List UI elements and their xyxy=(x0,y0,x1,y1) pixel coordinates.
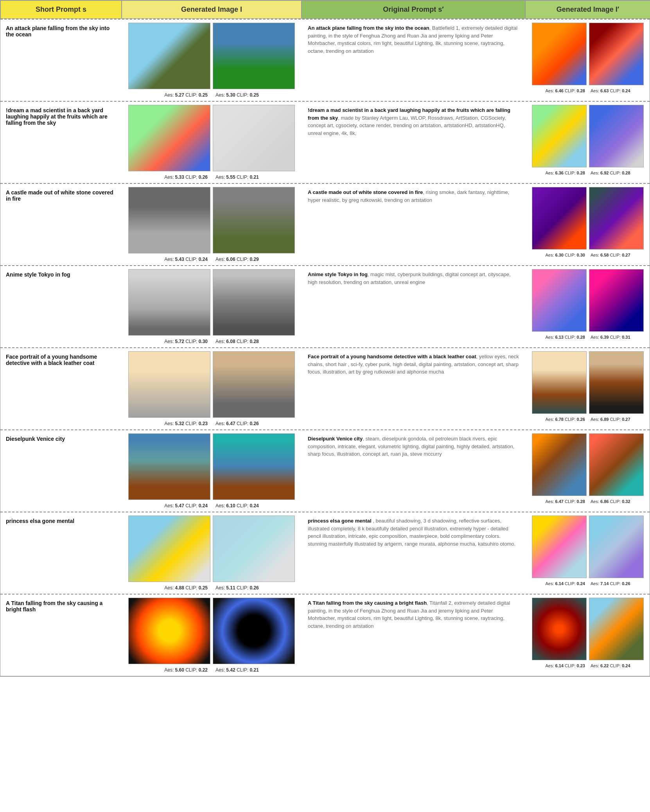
generated-images-cell: Aes: 5.60 CLIP: 0.22Aes: 5.42 CLIP: 0.21 xyxy=(122,595,302,676)
image-pair xyxy=(128,516,295,582)
generated-image-1 xyxy=(128,433,210,500)
table-row: An attack plane falling from the sky int… xyxy=(0,19,650,101)
table-row: A castle made out of white stone covered… xyxy=(0,183,650,265)
generated-image-prime-2 xyxy=(589,187,644,250)
scores-row: Aes: 5.27 CLIP: 0.25Aes: 5.30 CLIP: 0.25 xyxy=(164,92,259,98)
original-prompt-cell: A Titan falling from the sky causing a b… xyxy=(302,595,525,676)
generated-images-prime-cell: Aes: 6.14 CLIP: 0.23Aes: 6.22 CLIP: 0.24 xyxy=(525,595,650,676)
original-prompt-cell: A castle made out of white stone covered… xyxy=(302,184,525,265)
generated-images-cell: Aes: 5.47 CLIP: 0.24Aes: 6.10 CLIP: 0.24 xyxy=(122,430,302,512)
generated-images-cell: Aes: 5.43 CLIP: 0.24Aes: 6.06 CLIP: 0.29 xyxy=(122,184,302,265)
image-pair xyxy=(128,598,295,664)
generated-image-prime-2 xyxy=(589,351,644,414)
table-row: Face portrait of a young handsome detect… xyxy=(0,347,650,429)
score-label-prime-1: Aes: 6.14 CLIP: 0.23 xyxy=(545,663,585,668)
scores-row-prime: Aes: 6.47 CLIP: 0.28Aes: 6.86 CLIP: 0.32 xyxy=(545,499,630,504)
short-prompt-cell: Anime style Tokyo in fog xyxy=(0,266,122,347)
generated-image-2 xyxy=(213,598,295,664)
generated-image-1 xyxy=(128,516,210,582)
score-label-prime-1: Aes: 6.30 CLIP: 0.30 xyxy=(545,253,585,257)
image-pair xyxy=(128,105,295,171)
image-pair xyxy=(128,187,295,253)
generated-image-prime-1 xyxy=(532,187,587,250)
score-label-gen-1: Aes: 5.33 CLIP: 0.26 xyxy=(164,174,208,180)
generated-image-2 xyxy=(213,187,295,253)
score-label-gen-2: Aes: 5.30 CLIP: 0.25 xyxy=(215,92,259,98)
generated-image-1 xyxy=(128,187,210,253)
generated-image-prime-1 xyxy=(532,433,587,496)
score-label-gen-1: Aes: 5.32 CLIP: 0.23 xyxy=(164,421,208,426)
score-label-prime-1: Aes: 6.46 CLIP: 0.28 xyxy=(545,88,585,93)
image-pair xyxy=(128,433,295,500)
score-label-prime-2: Aes: 7.14 CLIP: 0.26 xyxy=(591,581,630,586)
image-pair xyxy=(128,351,295,418)
scores-row-prime: Aes: 6.30 CLIP: 0.30Aes: 6.58 CLIP: 0.27 xyxy=(545,253,630,257)
image-pair-prime xyxy=(532,516,644,578)
score-label-gen-2: Aes: 6.47 CLIP: 0.26 xyxy=(215,421,259,426)
image-pair-prime xyxy=(532,187,644,250)
score-label-prime-2: Aes: 6.22 CLIP: 0.24 xyxy=(591,663,630,668)
generated-images-cell: Aes: 4.88 CLIP: 0.25Aes: 5.11 CLIP: 0.26 xyxy=(122,512,302,594)
scores-row-prime: Aes: 6.46 CLIP: 0.28Aes: 6.63 CLIP: 0.24 xyxy=(545,88,630,93)
generated-image-prime-1 xyxy=(532,23,587,85)
generated-images-prime-cell: Aes: 6.36 CLIP: 0.28Aes: 6.92 CLIP: 0.28 xyxy=(525,102,650,183)
score-label-prime-2: Aes: 6.39 CLIP: 0.31 xyxy=(591,335,630,340)
short-prompt-cell: Face portrait of a young handsome detect… xyxy=(0,348,122,429)
original-prompt-bold: An attack plane falling from the sky int… xyxy=(308,25,429,31)
original-prompt-bold: Face portrait of a young handsome detect… xyxy=(308,354,476,359)
scores-row: Aes: 5.47 CLIP: 0.24Aes: 6.10 CLIP: 0.24 xyxy=(164,503,259,508)
image-pair-prime xyxy=(532,433,644,496)
original-prompt-cell: Dieselpunk Venice city, steam, dieselpun… xyxy=(302,430,525,512)
generated-image-2 xyxy=(213,516,295,582)
original-prompt-cell: !dream a mad scientist in a back yard la… xyxy=(302,102,525,183)
generated-image-prime-2 xyxy=(589,23,644,85)
score-label-prime-1: Aes: 6.47 CLIP: 0.28 xyxy=(545,499,585,504)
short-prompt-cell: An attack plane falling from the sky int… xyxy=(0,20,122,101)
generated-images-prime-cell: Aes: 6.47 CLIP: 0.28Aes: 6.86 CLIP: 0.32 xyxy=(525,430,650,512)
short-prompt-cell: Dieselpunk Venice city xyxy=(0,430,122,512)
table-header: Short Prompt s Generated Image I Origina… xyxy=(0,0,650,19)
scores-row-prime: Aes: 6.14 CLIP: 0.24Aes: 7.14 CLIP: 0.26 xyxy=(545,581,630,586)
generated-images-cell: Aes: 5.27 CLIP: 0.25Aes: 5.30 CLIP: 0.25 xyxy=(122,20,302,101)
original-prompt-bold: A castle made out of white stone covered… xyxy=(308,189,423,195)
scores-row-prime: Aes: 6.36 CLIP: 0.28Aes: 6.92 CLIP: 0.28 xyxy=(545,171,630,175)
image-pair xyxy=(128,269,295,336)
header-original-prompt: Original Prompt s′ xyxy=(302,0,525,19)
score-label-gen-2: Aes: 5.11 CLIP: 0.26 xyxy=(215,585,259,591)
generated-image-2 xyxy=(213,351,295,418)
short-prompt-text: !dream a mad scientist in a back yard la… xyxy=(6,107,116,126)
generated-image-prime-2 xyxy=(589,433,644,496)
generated-images-cell: Aes: 5.32 CLIP: 0.23Aes: 6.47 CLIP: 0.26 xyxy=(122,348,302,429)
scores-row: Aes: 5.32 CLIP: 0.23Aes: 6.47 CLIP: 0.26 xyxy=(164,421,259,426)
generated-image-prime-2 xyxy=(589,105,644,167)
generated-image-1 xyxy=(128,23,210,89)
score-label-prime-1: Aes: 6.14 CLIP: 0.24 xyxy=(545,581,585,586)
generated-images-prime-cell: Aes: 6.46 CLIP: 0.28Aes: 6.63 CLIP: 0.24 xyxy=(525,20,650,101)
short-prompt-text: A castle made out of white stone covered… xyxy=(6,189,116,202)
original-prompt-cell: An attack plane falling from the sky int… xyxy=(302,20,525,101)
score-label-gen-2: Aes: 6.06 CLIP: 0.29 xyxy=(215,257,259,262)
generated-images-cell: Aes: 5.72 CLIP: 0.30Aes: 6.08 CLIP: 0.28 xyxy=(122,266,302,347)
table-row: Anime style Tokyo in fogAes: 5.72 CLIP: … xyxy=(0,265,650,347)
score-label-prime-1: Aes: 6.78 CLIP: 0.26 xyxy=(545,417,585,422)
image-pair-prime xyxy=(532,269,644,332)
scores-row-prime: Aes: 6.78 CLIP: 0.26Aes: 6.89 CLIP: 0.27 xyxy=(545,417,630,422)
score-label-gen-1: Aes: 5.60 CLIP: 0.22 xyxy=(164,667,208,673)
generated-image-prime-1 xyxy=(532,105,587,167)
generated-images-prime-cell: Aes: 6.30 CLIP: 0.30Aes: 6.58 CLIP: 0.27 xyxy=(525,184,650,265)
generated-image-2 xyxy=(213,269,295,336)
generated-images-prime-cell: Aes: 6.13 CLIP: 0.28Aes: 6.39 CLIP: 0.31 xyxy=(525,266,650,347)
score-label-gen-2: Aes: 5.42 CLIP: 0.21 xyxy=(215,667,259,673)
score-label-prime-1: Aes: 6.36 CLIP: 0.28 xyxy=(545,171,585,175)
scores-row: Aes: 4.88 CLIP: 0.25Aes: 5.11 CLIP: 0.26 xyxy=(164,585,259,591)
generated-images-prime-cell: Aes: 6.78 CLIP: 0.26Aes: 6.89 CLIP: 0.27 xyxy=(525,348,650,429)
original-prompt-cell: Anime style Tokyo in fog, magic mist, cy… xyxy=(302,266,525,347)
short-prompt-cell: !dream a mad scientist in a back yard la… xyxy=(0,102,122,183)
score-label-gen-2: Aes: 6.10 CLIP: 0.24 xyxy=(215,503,259,508)
table-row: Dieselpunk Venice cityAes: 5.47 CLIP: 0.… xyxy=(0,429,650,512)
image-pair-prime xyxy=(532,23,644,85)
generated-image-2 xyxy=(213,433,295,500)
score-label-gen-1: Aes: 5.72 CLIP: 0.30 xyxy=(164,339,208,344)
table-body: An attack plane falling from the sky int… xyxy=(0,19,650,676)
scores-row: Aes: 5.60 CLIP: 0.22Aes: 5.42 CLIP: 0.21 xyxy=(164,667,259,673)
